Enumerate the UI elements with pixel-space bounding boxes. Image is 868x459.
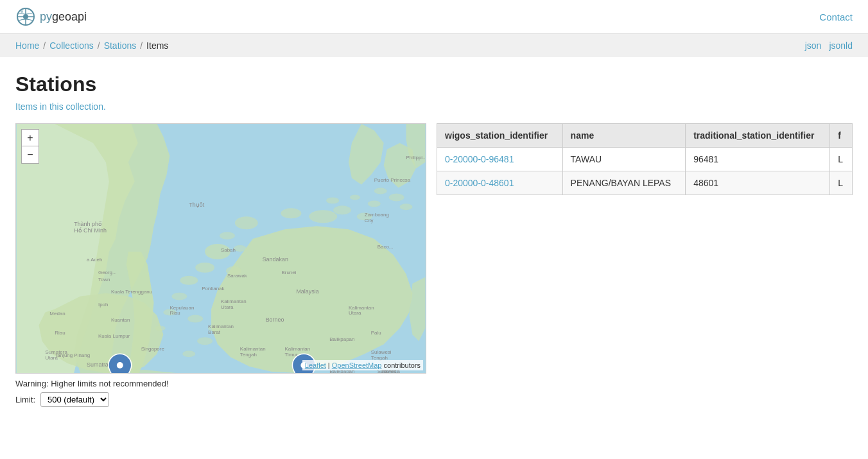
svg-text:Sabah: Sabah bbox=[221, 247, 236, 253]
svg-point-23 bbox=[171, 293, 187, 300]
cell-traditional-1: 96481 bbox=[686, 148, 830, 171]
json-link[interactable]: json bbox=[805, 40, 822, 51]
table-container: wigos_station_identifier name traditiona… bbox=[437, 123, 853, 195]
map-container: + − bbox=[15, 123, 426, 407]
svg-point-15 bbox=[326, 197, 339, 204]
svg-text:Borneo: Borneo bbox=[266, 316, 284, 323]
contact-link[interactable]: Contact bbox=[819, 12, 853, 22]
svg-text:Tengah: Tengah bbox=[240, 352, 257, 358]
zoom-out-button[interactable]: − bbox=[22, 146, 39, 163]
header: pygeoapi Contact bbox=[0, 0, 868, 34]
svg-text:Town: Town bbox=[98, 277, 110, 282]
breadcrumb-sep-3: / bbox=[140, 40, 143, 51]
svg-text:a Aceh: a Aceh bbox=[87, 257, 102, 263]
svg-point-12 bbox=[333, 205, 351, 214]
svg-point-18 bbox=[389, 193, 404, 201]
jsonld-link[interactable]: jsonld bbox=[829, 40, 853, 51]
svg-text:Kalimantan: Kalimantan bbox=[208, 324, 234, 329]
table-header: wigos_station_identifier name traditiona… bbox=[437, 124, 853, 148]
svg-point-16 bbox=[350, 195, 360, 200]
svg-text:Ipoh: Ipoh bbox=[98, 302, 108, 307]
svg-text:Hồ Chí Minh: Hồ Chí Minh bbox=[74, 227, 107, 234]
osm-link[interactable]: OpenStreetMap bbox=[332, 361, 382, 369]
svg-text:Kalimantan: Kalimantan bbox=[240, 346, 266, 352]
svg-text:Kuala Terengganu: Kuala Terengganu bbox=[111, 289, 152, 295]
svg-text:Pontianak: Pontianak bbox=[202, 286, 224, 291]
svg-text:Singapore: Singapore bbox=[141, 346, 165, 352]
main-content: Stations Items in this collection. + − bbox=[0, 57, 868, 417]
svg-text:Sumatera: Sumatera bbox=[45, 349, 67, 355]
svg-text:Thành phố: Thành phố bbox=[74, 221, 102, 227]
breadcrumb-format-links: json jsonld bbox=[805, 40, 853, 51]
svg-point-10 bbox=[309, 210, 337, 223]
zoom-in-button[interactable]: + bbox=[22, 130, 39, 146]
map-box[interactable]: + − bbox=[15, 123, 426, 374]
svg-text:Philippi...: Philippi... bbox=[406, 155, 426, 160]
logo: pygeoapi bbox=[15, 6, 87, 27]
svg-text:Kuantan: Kuantan bbox=[111, 317, 130, 323]
wigos-link-1[interactable]: 0-20000-0-96481 bbox=[445, 154, 514, 164]
svg-text:Utara: Utara bbox=[221, 304, 234, 310]
svg-text:Palu: Palu bbox=[371, 330, 381, 336]
svg-point-4 bbox=[21, 10, 23, 13]
breadcrumb-home[interactable]: Home bbox=[15, 40, 39, 51]
svg-text:Kalimantan: Kalimantan bbox=[284, 346, 310, 352]
svg-point-20 bbox=[220, 232, 235, 239]
table-row: 0-20000-0-96481 TAWAU 96481 L bbox=[437, 148, 853, 171]
wigos-link-2[interactable]: 0-20000-0-48601 bbox=[445, 178, 514, 188]
breadcrumb-sep-1: / bbox=[43, 40, 46, 51]
svg-point-78 bbox=[117, 362, 123, 368]
svg-point-22 bbox=[180, 276, 198, 285]
breadcrumb-sep-2: / bbox=[98, 40, 100, 51]
cell-f-2: L bbox=[830, 171, 853, 195]
col-name: name bbox=[562, 124, 686, 148]
col-f: f bbox=[830, 124, 853, 148]
svg-text:Brunei: Brunei bbox=[282, 270, 297, 275]
svg-point-11 bbox=[281, 208, 302, 218]
svg-text:Utara: Utara bbox=[349, 310, 361, 316]
svg-point-9 bbox=[235, 216, 258, 229]
breadcrumb-collections[interactable]: Collections bbox=[49, 40, 93, 51]
svg-text:Puerto Princesa: Puerto Princesa bbox=[374, 177, 411, 183]
attribution-contributors: contributors bbox=[384, 361, 421, 369]
svg-text:Utara: Utara bbox=[45, 355, 58, 361]
page-subtitle: Items in this collection. bbox=[15, 101, 853, 112]
stations-table: wigos_station_identifier name traditiona… bbox=[437, 123, 853, 195]
page-title: Stations bbox=[15, 73, 853, 96]
svg-point-28 bbox=[197, 337, 213, 345]
col-traditional: traditional_station_identifier bbox=[686, 124, 830, 148]
svg-text:Kepulauan: Kepulauan bbox=[169, 305, 194, 311]
svg-text:Riau: Riau bbox=[169, 310, 180, 316]
svg-text:Kalimantan: Kalimantan bbox=[221, 299, 247, 304]
svg-text:Thụôt: Thụôt bbox=[189, 202, 204, 208]
col-wigos: wigos_station_identifier bbox=[437, 124, 563, 148]
svg-text:Malaysia: Malaysia bbox=[296, 288, 318, 295]
svg-text:Sumatra: Sumatra bbox=[87, 361, 108, 368]
breadcrumb-stations[interactable]: Stations bbox=[104, 40, 137, 51]
warning-text: Warning: Higher limits not recommended! bbox=[15, 379, 426, 388]
svg-text:Riau: Riau bbox=[55, 330, 65, 336]
svg-point-19 bbox=[400, 204, 413, 210]
table-body: 0-20000-0-96481 TAWAU 96481 L 0-20000-0-… bbox=[437, 148, 853, 195]
breadcrumb-current: Items bbox=[146, 40, 168, 51]
logo-icon bbox=[15, 6, 36, 27]
breadcrumb-nav: Home / Collections / Stations / Items bbox=[15, 40, 168, 51]
cell-f-1: L bbox=[830, 148, 853, 171]
svg-text:Sarawak: Sarawak bbox=[227, 273, 247, 279]
limit-select[interactable]: 500 (default) bbox=[40, 392, 109, 407]
svg-point-26 bbox=[187, 315, 203, 322]
svg-text:Georg...: Georg... bbox=[98, 270, 117, 275]
svg-point-29 bbox=[182, 351, 195, 357]
svg-text:Barat: Barat bbox=[208, 329, 221, 335]
svg-text:Kalimantan: Kalimantan bbox=[349, 305, 374, 311]
logo-text: pygeoapi bbox=[40, 10, 87, 24]
svg-text:Zamboang: Zamboang bbox=[365, 212, 389, 218]
leaflet-link[interactable]: Leaflet bbox=[305, 361, 326, 369]
breadcrumb: Home / Collections / Stations / Items js… bbox=[0, 34, 868, 57]
cell-name-2: PENANG/BAYAN LEPAS bbox=[562, 171, 686, 195]
svg-point-17 bbox=[374, 187, 387, 194]
svg-text:Sandakan: Sandakan bbox=[263, 256, 288, 263]
limit-row: Limit: 500 (default) bbox=[15, 392, 426, 407]
svg-text:Medan: Medan bbox=[49, 311, 65, 316]
cell-wigos-2: 0-20000-0-48601 bbox=[437, 171, 563, 195]
